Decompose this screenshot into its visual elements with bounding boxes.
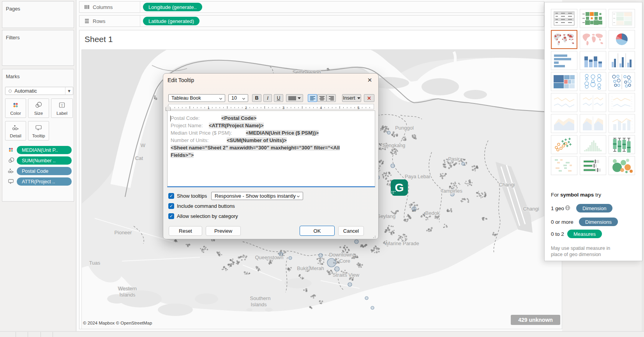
- show-me-symbol-map[interactable]: [551, 30, 577, 49]
- filters-card[interactable]: Filters: [2, 30, 74, 66]
- chevron-down-icon: [298, 97, 301, 99]
- show-me-dual-combo[interactable]: [609, 114, 635, 133]
- svg-text:Changi: Changi: [523, 206, 539, 212]
- mark-type-dropdown[interactable]: Automatic ▾: [5, 87, 73, 95]
- status-divider: [53, 332, 53, 337]
- rows-shelf-label: Rows: [79, 16, 140, 26]
- delete-button[interactable]: ✕: [364, 94, 374, 102]
- underline-button[interactable]: U: [274, 94, 283, 102]
- show-me-bullet[interactable]: [580, 156, 606, 175]
- svg-text:Bedok: Bedok: [425, 210, 440, 216]
- color-swatch: [288, 96, 296, 100]
- show-me-side-bar[interactable]: [609, 51, 635, 70]
- cancel-button[interactable]: Cancel: [338, 226, 364, 236]
- italic-button[interactable]: I: [263, 94, 272, 102]
- ruler: 12345: [168, 104, 374, 109]
- show-me-filled-map[interactable]: [580, 30, 606, 49]
- tooltips-mode-select[interactable]: Responsive - Show tooltips instantly: [211, 192, 303, 200]
- map-attribution: © 2024 Mapbox © OpenStreetMap: [83, 321, 152, 325]
- detail-icon: [12, 124, 19, 131]
- svg-text:4: 4: [320, 106, 322, 110]
- red-x-icon: ✕: [367, 95, 371, 101]
- insert-dropdown[interactable]: Insert: [342, 94, 361, 102]
- unknown-count-badge[interactable]: 429 unknown: [511, 315, 560, 325]
- tooltip-line-field: <ATTR(Project Name)>: [209, 123, 264, 128]
- show-me-line-cont[interactable]: [551, 93, 577, 112]
- show-me-packed-bubbles[interactable]: [609, 156, 635, 175]
- color-icon: [12, 102, 19, 109]
- preview-button[interactable]: Preview: [206, 226, 241, 236]
- sheet-title: Sheet 1: [85, 35, 113, 44]
- align-right-button[interactable]: [326, 94, 336, 102]
- rows-pill-latitude[interactable]: Latitude (generated): [143, 17, 199, 25]
- resize-grip[interactable]: [372, 235, 376, 239]
- tooltip-text-editor[interactable]: Postal Code:<Postal Code>Project Name:<A…: [167, 111, 375, 187]
- pages-card[interactable]: Pages: [2, 1, 74, 28]
- show-me-scatter[interactable]: [551, 135, 577, 154]
- font-color-button[interactable]: [286, 94, 303, 102]
- show-me-text-table[interactable]: [551, 9, 577, 28]
- show-me-heat-table[interactable]: [609, 9, 635, 28]
- font-size-select[interactable]: 10: [228, 94, 248, 102]
- show-me-treemap[interactable]: [551, 72, 577, 91]
- show-me-gantt[interactable]: [551, 156, 577, 175]
- show-me-pie[interactable]: [609, 30, 635, 49]
- show-me-area-disc[interactable]: [580, 114, 606, 133]
- show-tooltips-checkbox[interactable]: ✓: [168, 193, 174, 199]
- marks-card: Marks Automatic ▾ Color Size T La: [2, 69, 74, 202]
- show-me-side-circles[interactable]: [609, 72, 635, 91]
- svg-text:Bukit Merah: Bukit Merah: [297, 265, 324, 271]
- label-button[interactable]: T Label: [51, 98, 73, 118]
- show-me-hbar[interactable]: [551, 51, 577, 70]
- svg-text:G: G: [395, 181, 404, 194]
- tooltip-line-field: Fields>”>: [171, 152, 194, 158]
- edit-tooltip-dialog: Edit Tooltip ✕ Tableau Book 10 B I U Ins…: [163, 73, 379, 239]
- align-center-button[interactable]: [317, 94, 326, 102]
- svg-text:Tampines: Tampines: [441, 188, 462, 194]
- tooltip-icon: [8, 178, 15, 185]
- show-me-stacked-bar[interactable]: [580, 51, 606, 70]
- dimension-pill: Dimension: [576, 204, 612, 212]
- show-me-circle-views[interactable]: [580, 72, 606, 91]
- show-me-dual-line[interactable]: [609, 93, 635, 112]
- show-me-area-cont[interactable]: [551, 114, 577, 133]
- align-left-button[interactable]: [308, 94, 317, 102]
- size-icon: [8, 157, 15, 164]
- show-me-hint: For symbol maps try: [551, 192, 601, 198]
- close-icon[interactable]: ✕: [365, 76, 374, 84]
- include-command-buttons-checkbox[interactable]: ✓: [168, 203, 174, 209]
- rows-shelf[interactable]: Rows Latitude (generated): [79, 15, 544, 27]
- marks-pill[interactable]: Postal Code: [17, 167, 72, 175]
- font-family-select[interactable]: Tableau Book: [168, 94, 225, 102]
- svg-text:Punggol: Punggol: [395, 125, 414, 131]
- show-me-box-whisker[interactable]: [609, 135, 635, 154]
- note-line2: place of geo dimension: [551, 252, 601, 257]
- marks-pill[interactable]: SUM(Number ..: [17, 156, 72, 165]
- marks-label: Marks: [2, 69, 74, 79]
- include-command-buttons-label: Include command buttons: [177, 203, 235, 209]
- allow-selection-checkbox[interactable]: ✓: [168, 213, 174, 219]
- detail-button[interactable]: Detail: [5, 121, 26, 140]
- color-button[interactable]: Color: [5, 98, 26, 118]
- svg-text:3: 3: [282, 106, 284, 110]
- globe-icon: [565, 205, 570, 211]
- status-divider: [28, 332, 28, 337]
- show-me-histogram[interactable]: [580, 135, 606, 154]
- svg-text:Islands: Islands: [119, 292, 136, 298]
- tooltip-button[interactable]: Tooltip: [28, 121, 49, 140]
- show-me-line-disc[interactable]: [580, 93, 606, 112]
- svg-text:1: 1: [208, 106, 210, 110]
- dialog-title: Edit Tooltip: [168, 77, 194, 83]
- ok-button[interactable]: OK: [300, 226, 335, 236]
- rows-icon: [84, 18, 90, 24]
- columns-shelf[interactable]: Columns Longitude (generate..: [79, 1, 544, 13]
- reset-button[interactable]: Reset: [169, 226, 202, 236]
- bold-button[interactable]: B: [252, 94, 261, 102]
- svg-text:Tuas: Tuas: [89, 260, 101, 266]
- tooltip-line-label: Postal Code:: [171, 115, 199, 121]
- marks-pill[interactable]: MEDIAN(Unit P..: [17, 146, 72, 154]
- show-me-highlight-table[interactable]: [580, 9, 606, 28]
- marks-pill[interactable]: ATTR(Project ..: [17, 177, 72, 186]
- size-button[interactable]: Size: [28, 98, 49, 118]
- columns-pill-longitude[interactable]: Longitude (generate..: [143, 3, 202, 11]
